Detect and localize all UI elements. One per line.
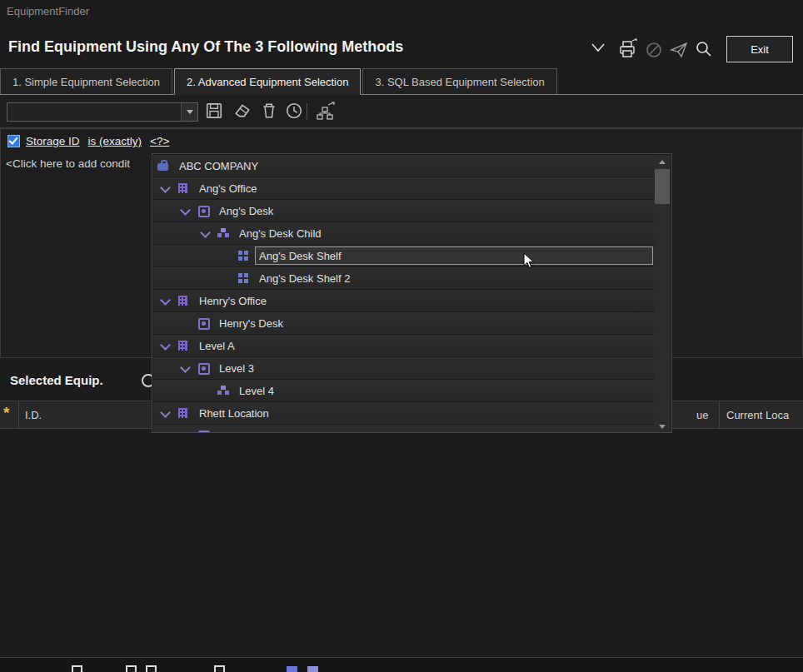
tree-item-angs-desk[interactable]: Ang's Desk <box>153 200 655 222</box>
tree-item-label: Ang's Desk Shelf <box>259 250 342 262</box>
tree-rows: ABC COMPANY Ang's Office Ang's Desk Ang'… <box>153 155 655 433</box>
saved-filter-combobox[interactable] <box>7 102 198 122</box>
column-divider <box>18 401 19 428</box>
scroll-down-button[interactable] <box>654 420 671 433</box>
office-icon <box>177 294 190 307</box>
delete-icon[interactable] <box>260 102 280 122</box>
tree-item-angs-desk-child[interactable]: Ang's Desk Child <box>153 222 655 244</box>
condition-value-link[interactable]: <?> <box>150 135 169 147</box>
condition-toolbar <box>0 95 803 128</box>
partial-bottom-icon <box>307 666 318 672</box>
scroll-up-button[interactable] <box>654 155 671 168</box>
column-divider <box>719 401 720 428</box>
chevron-down-icon[interactable] <box>158 406 172 420</box>
tab-advanced-equipment-selection[interactable]: 2. Advanced Equipment Selection <box>174 68 361 95</box>
selected-equip-title: Selected Equip. <box>10 373 103 387</box>
tree-item-label: Ang's Desk Shelf 2 <box>259 272 350 285</box>
tree-item-label: Henry's Office <box>199 295 267 307</box>
tree-item-label: Level 4 <box>239 385 274 397</box>
tab-simple-equipment-selection[interactable]: 1. Simple Equipment Selection <box>0 68 172 94</box>
condition-checkbox[interactable] <box>7 135 20 147</box>
tree-item-label: ABC COMPANY <box>179 160 258 172</box>
save-icon[interactable] <box>205 102 225 122</box>
tree-item-label: Henry's Desk <box>219 317 283 330</box>
tree-item-label: Rhett Location <box>199 407 269 420</box>
tree-item-angs-office[interactable]: Ang's Office <box>153 177 655 199</box>
partial-bottom-checkbox[interactable] <box>214 665 225 672</box>
desk-icon <box>197 361 210 375</box>
chevron-down-icon[interactable] <box>158 339 172 352</box>
tree-item-label: Ang's Desk <box>219 205 273 217</box>
add-condition-hint[interactable]: <Click here to add condit <box>6 157 130 170</box>
chevron-down-icon[interactable] <box>178 204 192 217</box>
tree-item-label: Ang's Office <box>199 182 257 195</box>
group-icon <box>217 226 230 240</box>
location-tree-popup: ABC COMPANY Ang's Office Ang's Desk Ang'… <box>152 153 672 433</box>
title-bar: EquipmentFinder <box>0 0 803 23</box>
printer-icon[interactable] <box>616 38 636 58</box>
window-title: EquipmentFinder <box>7 5 89 17</box>
column-header-current-location[interactable]: Current Loca <box>726 409 789 421</box>
tree-item-partial[interactable] <box>153 425 655 433</box>
popup-scrollbar[interactable] <box>654 155 671 433</box>
scrollbar-thumb[interactable] <box>655 169 670 204</box>
chevron-down-icon[interactable] <box>178 361 192 375</box>
tree-item-henrys-office[interactable]: Henry's Office <box>153 290 655 311</box>
new-row-star-icon: * <box>3 404 9 422</box>
tab-sql-equipment-selection[interactable]: 3. SQL Based Equipment Selection <box>362 68 556 94</box>
group-icon <box>217 384 230 397</box>
chevron-down-icon[interactable] <box>158 182 172 195</box>
partial-bottom-checkbox[interactable] <box>126 665 137 672</box>
shelf-icon <box>237 249 250 262</box>
tree-item-rhett-location[interactable]: Rhett Location <box>153 402 655 424</box>
condition-operator-link[interactable]: is (exactly) <box>88 135 142 147</box>
history-icon[interactable] <box>285 102 305 122</box>
tree-item-label: Level A <box>199 340 235 352</box>
tree-item-abc-company[interactable]: ABC COMPANY <box>153 155 655 177</box>
chevron-down-icon[interactable] <box>158 294 172 307</box>
office-icon <box>177 339 190 352</box>
hierarchy-icon[interactable] <box>315 102 335 122</box>
desk-icon <box>197 204 210 217</box>
combobox-dropdown-button[interactable] <box>181 103 197 121</box>
company-icon <box>157 159 170 172</box>
office-icon <box>177 406 190 420</box>
condition-row: Storage ID is (exactly) <?> <box>7 135 177 147</box>
exit-button[interactable]: Exit <box>726 36 793 62</box>
tree-item-angs-desk-shelf-2[interactable]: Ang's Desk Shelf 2 <box>153 267 655 289</box>
search-icon[interactable] <box>695 40 715 60</box>
eraser-icon[interactable] <box>233 102 253 122</box>
tree-item-label: Ang's Desk Child <box>239 227 322 240</box>
page-title: Find Equipment Using Any Of The 3 Follow… <box>8 38 403 56</box>
tab-strip: 1. Simple Equipment Selection 2. Advance… <box>0 68 803 95</box>
column-header-value[interactable]: ue <box>696 409 708 421</box>
desk-icon <box>197 316 210 330</box>
tree-item-henrys-desk[interactable]: Henry's Desk <box>153 312 655 334</box>
office-icon <box>177 182 190 195</box>
shelf-icon <box>237 271 250 285</box>
partial-bottom-icon <box>287 666 297 672</box>
tree-item-level-4[interactable]: Level 4 <box>153 380 655 401</box>
partial-bottom-checkbox[interactable] <box>72 665 82 672</box>
chevron-down-icon[interactable] <box>588 40 608 60</box>
send-icon[interactable] <box>670 41 690 61</box>
selected-tree-item-box[interactable]: Ang's Desk Shelf <box>255 246 653 265</box>
circle-slash-icon[interactable] <box>645 41 665 61</box>
tree-item-level-3[interactable]: Level 3 <box>153 357 655 379</box>
tree-item-level-a[interactable]: Level A <box>153 335 655 356</box>
condition-field-link[interactable]: Storage ID <box>26 135 80 147</box>
column-header-id[interactable]: I.D. <box>25 409 42 421</box>
bottom-strip <box>0 657 803 672</box>
tree-item-label: Level 3 <box>219 362 254 375</box>
chevron-down-icon[interactable] <box>198 226 212 240</box>
desk-icon <box>197 429 210 433</box>
tree-item-angs-desk-shelf[interactable]: Ang's Desk Shelf <box>153 245 655 266</box>
partial-bottom-checkbox[interactable] <box>146 665 157 672</box>
toolbar-divider <box>307 103 307 120</box>
